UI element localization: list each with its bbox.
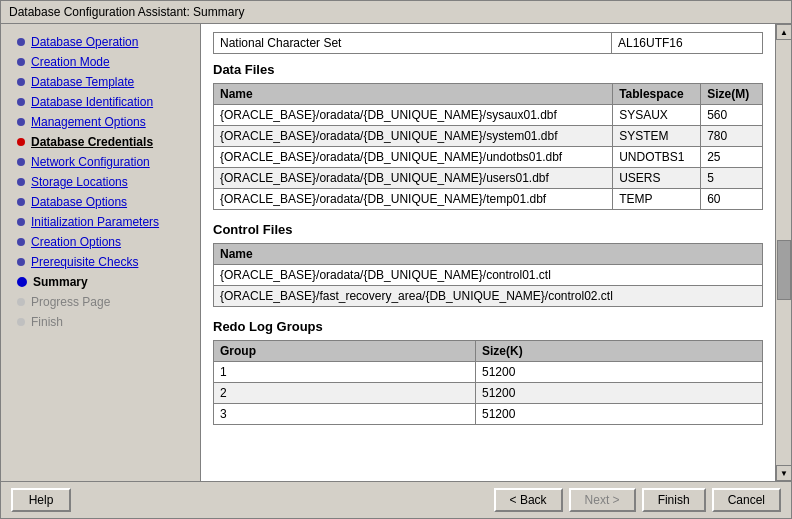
sidebar-dot-database-options: [17, 198, 25, 206]
sidebar-label-database-identification: Database Identification: [31, 95, 153, 109]
sidebar-item-database-options[interactable]: Database Options: [1, 192, 200, 212]
nat-char-set-row: National Character Set AL16UTF16: [213, 32, 763, 54]
data-files-title: Data Files: [213, 62, 763, 77]
sidebar-item-initialization-parameters[interactable]: Initialization Parameters: [1, 212, 200, 232]
sidebar-dot-finish: [17, 318, 25, 326]
data-files-cell-size: 25: [701, 147, 763, 168]
data-files-cell-name: {ORACLE_BASE}/oradata/{DB_UNIQUE_NAME}/t…: [214, 189, 613, 210]
window-title: Database Configuration Assistant: Summar…: [9, 5, 244, 19]
control-files-title: Control Files: [213, 222, 763, 237]
sidebar: Database OperationCreation ModeDatabase …: [1, 24, 201, 481]
sidebar-dot-creation-mode: [17, 58, 25, 66]
sidebar-dot-summary: [17, 277, 27, 287]
scroll-up-button[interactable]: ▲: [776, 24, 791, 40]
table-row: {ORACLE_BASE}/oradata/{DB_UNIQUE_NAME}/s…: [214, 126, 763, 147]
sidebar-item-database-operation[interactable]: Database Operation: [1, 32, 200, 52]
bottom-bar: Help < Back Next > Finish Cancel: [1, 481, 791, 518]
control-files-table: Name {ORACLE_BASE}/oradata/{DB_UNIQUE_NA…: [213, 243, 763, 307]
data-files-cell-tablespace: UNDOTBS1: [613, 147, 701, 168]
table-row: {ORACLE_BASE}/oradata/{DB_UNIQUE_NAME}/s…: [214, 105, 763, 126]
redo-log-title: Redo Log Groups: [213, 319, 763, 334]
scroll-down-button[interactable]: ▼: [776, 465, 791, 481]
sidebar-item-network-configuration[interactable]: Network Configuration: [1, 152, 200, 172]
control-files-col-name: Name: [214, 244, 763, 265]
redo-log-cell-group: 1: [214, 362, 476, 383]
sidebar-item-summary[interactable]: Summary: [1, 272, 200, 292]
sidebar-item-management-options[interactable]: Management Options: [1, 112, 200, 132]
data-files-col-size: Size(M): [701, 84, 763, 105]
content-area: National Character Set AL16UTF16 Data Fi…: [201, 24, 775, 481]
redo-log-cell-group: 2: [214, 383, 476, 404]
sidebar-label-network-configuration: Network Configuration: [31, 155, 150, 169]
table-row: {ORACLE_BASE}/oradata/{DB_UNIQUE_NAME}/t…: [214, 189, 763, 210]
vertical-scrollbar[interactable]: ▲ ▼: [775, 24, 791, 481]
back-button[interactable]: < Back: [494, 488, 563, 512]
data-files-cell-tablespace: TEMP: [613, 189, 701, 210]
data-files-cell-tablespace: SYSTEM: [613, 126, 701, 147]
title-bar: Database Configuration Assistant: Summar…: [1, 1, 791, 24]
sidebar-label-finish: Finish: [31, 315, 63, 329]
table-row: {ORACLE_BASE}/fast_recovery_area/{DB_UNI…: [214, 286, 763, 307]
sidebar-dot-database-identification: [17, 98, 25, 106]
data-files-cell-name: {ORACLE_BASE}/oradata/{DB_UNIQUE_NAME}/u…: [214, 168, 613, 189]
redo-log-table: Group Size(K) 151200251200351200: [213, 340, 763, 425]
sidebar-item-creation-options[interactable]: Creation Options: [1, 232, 200, 252]
sidebar-label-prerequisite-checks: Prerequisite Checks: [31, 255, 138, 269]
redo-log-cell-size: 51200: [476, 362, 763, 383]
data-files-cell-name: {ORACLE_BASE}/oradata/{DB_UNIQUE_NAME}/s…: [214, 126, 613, 147]
sidebar-dot-storage-locations: [17, 178, 25, 186]
sidebar-dot-progress-page: [17, 298, 25, 306]
help-button[interactable]: Help: [11, 488, 71, 512]
table-row: 251200: [214, 383, 763, 404]
scroll-thumb[interactable]: [777, 240, 791, 300]
redo-log-col-group: Group: [214, 341, 476, 362]
cancel-button[interactable]: Cancel: [712, 488, 781, 512]
nat-char-set-value: AL16UTF16: [612, 33, 762, 53]
sidebar-label-initialization-parameters: Initialization Parameters: [31, 215, 159, 229]
sidebar-dot-database-credentials: [17, 138, 25, 146]
redo-log-cell-group: 3: [214, 404, 476, 425]
sidebar-item-database-identification[interactable]: Database Identification: [1, 92, 200, 112]
data-files-col-tablespace: Tablespace: [613, 84, 701, 105]
sidebar-label-progress-page: Progress Page: [31, 295, 110, 309]
data-files-table: Name Tablespace Size(M) {ORACLE_BASE}/or…: [213, 83, 763, 210]
sidebar-label-creation-options: Creation Options: [31, 235, 121, 249]
table-row: 151200: [214, 362, 763, 383]
finish-button[interactable]: Finish: [642, 488, 706, 512]
sidebar-dot-network-configuration: [17, 158, 25, 166]
sidebar-item-creation-mode[interactable]: Creation Mode: [1, 52, 200, 72]
data-files-cell-tablespace: SYSAUX: [613, 105, 701, 126]
content-scroll[interactable]: National Character Set AL16UTF16 Data Fi…: [201, 24, 775, 481]
sidebar-item-database-credentials[interactable]: Database Credentials: [1, 132, 200, 152]
control-files-cell-name: {ORACLE_BASE}/fast_recovery_area/{DB_UNI…: [214, 286, 763, 307]
sidebar-item-database-template[interactable]: Database Template: [1, 72, 200, 92]
redo-log-cell-size: 51200: [476, 404, 763, 425]
data-files-cell-tablespace: USERS: [613, 168, 701, 189]
sidebar-dot-management-options: [17, 118, 25, 126]
data-files-cell-name: {ORACLE_BASE}/oradata/{DB_UNIQUE_NAME}/s…: [214, 105, 613, 126]
table-row: {ORACLE_BASE}/oradata/{DB_UNIQUE_NAME}/c…: [214, 265, 763, 286]
sidebar-dot-prerequisite-checks: [17, 258, 25, 266]
table-row: {ORACLE_BASE}/oradata/{DB_UNIQUE_NAME}/u…: [214, 168, 763, 189]
table-row: {ORACLE_BASE}/oradata/{DB_UNIQUE_NAME}/u…: [214, 147, 763, 168]
sidebar-label-database-options: Database Options: [31, 195, 127, 209]
redo-log-cell-size: 51200: [476, 383, 763, 404]
sidebar-item-storage-locations[interactable]: Storage Locations: [1, 172, 200, 192]
data-files-cell-name: {ORACLE_BASE}/oradata/{DB_UNIQUE_NAME}/u…: [214, 147, 613, 168]
sidebar-label-storage-locations: Storage Locations: [31, 175, 128, 189]
sidebar-item-prerequisite-checks[interactable]: Prerequisite Checks: [1, 252, 200, 272]
nat-char-set-label: National Character Set: [214, 33, 612, 53]
sidebar-dot-initialization-parameters: [17, 218, 25, 226]
sidebar-dot-database-operation: [17, 38, 25, 46]
sidebar-label-creation-mode: Creation Mode: [31, 55, 110, 69]
scroll-track[interactable]: [776, 40, 791, 465]
data-files-cell-size: 560: [701, 105, 763, 126]
sidebar-label-database-credentials: Database Credentials: [31, 135, 153, 149]
data-files-cell-size: 60: [701, 189, 763, 210]
next-button[interactable]: Next >: [569, 488, 636, 512]
sidebar-label-database-operation: Database Operation: [31, 35, 138, 49]
data-files-cell-size: 5: [701, 168, 763, 189]
table-row: 351200: [214, 404, 763, 425]
sidebar-item-finish: Finish: [1, 312, 200, 332]
sidebar-label-summary: Summary: [33, 275, 88, 289]
